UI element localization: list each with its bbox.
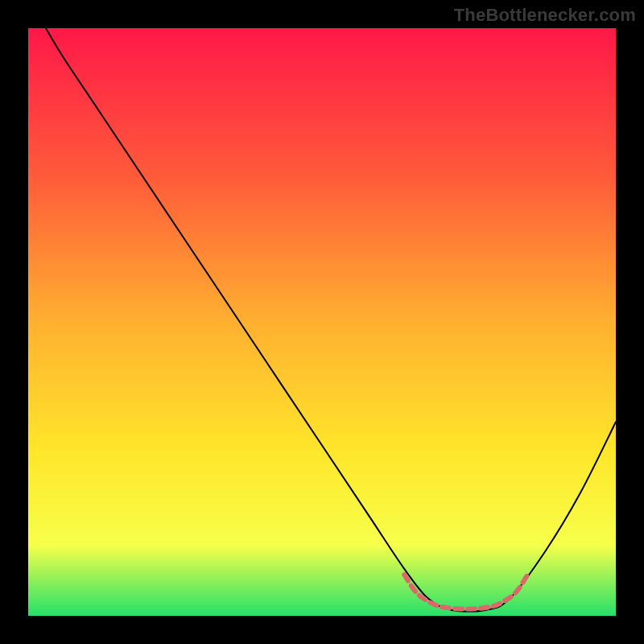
- gradient-background: [28, 28, 616, 616]
- bottleneck-chart: [28, 28, 616, 616]
- chart-frame: [28, 28, 616, 616]
- watermark-text: TheBottlenecker.com: [454, 5, 636, 26]
